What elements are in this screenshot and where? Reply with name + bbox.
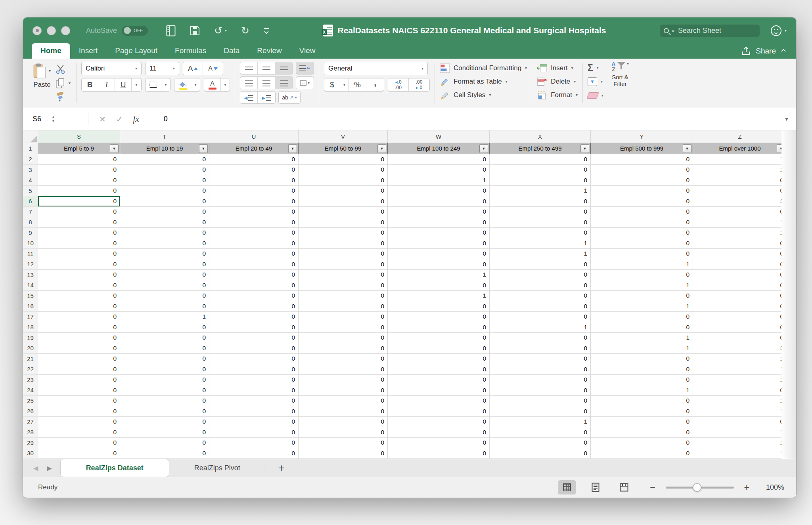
share-button[interactable]: Share bbox=[741, 46, 785, 56]
stepper-down-icon[interactable]: ▼ bbox=[52, 119, 55, 123]
cell-S28[interactable]: 0 bbox=[38, 427, 120, 438]
cell-S26[interactable]: 0 bbox=[38, 406, 120, 417]
select-all-corner[interactable] bbox=[23, 130, 38, 143]
cell-X30[interactable]: 0 bbox=[490, 448, 591, 459]
cell-Z2[interactable]: 1 bbox=[693, 154, 787, 165]
cell-Y11[interactable]: 0 bbox=[591, 249, 693, 260]
row-header-15[interactable]: 15 bbox=[23, 291, 38, 302]
cell-T26[interactable]: 0 bbox=[120, 406, 209, 417]
cell-U16[interactable]: 0 bbox=[209, 301, 299, 312]
cell-Y12[interactable]: 1 bbox=[591, 259, 693, 270]
cell-V21[interactable]: 0 bbox=[299, 354, 388, 365]
page-layout-view-button[interactable] bbox=[586, 480, 605, 494]
cell-V11[interactable]: 0 bbox=[299, 249, 388, 260]
cell-T11[interactable]: 0 bbox=[120, 249, 209, 260]
cell-T22[interactable]: 0 bbox=[120, 364, 209, 375]
row-header-25[interactable]: 25 bbox=[23, 396, 38, 407]
cell-Y25[interactable]: 0 bbox=[591, 396, 693, 407]
row-header-24[interactable]: 24 bbox=[23, 385, 38, 396]
cell-U13[interactable]: 0 bbox=[209, 270, 299, 281]
cell-V19[interactable]: 0 bbox=[299, 333, 388, 344]
cell-U23[interactable]: 0 bbox=[209, 375, 299, 386]
cell-U27[interactable]: 0 bbox=[209, 417, 299, 428]
formula-input[interactable]: 0 bbox=[164, 115, 796, 123]
cell-X8[interactable]: 0 bbox=[490, 217, 591, 228]
row-header-14[interactable]: 14 bbox=[23, 280, 38, 291]
cell-U28[interactable]: 0 bbox=[209, 427, 299, 438]
row-header-8[interactable]: 8 bbox=[23, 217, 38, 228]
cell-X15[interactable]: 0 bbox=[490, 291, 591, 302]
align-middle-button[interactable] bbox=[258, 62, 275, 74]
cell-Z15[interactable]: 0 bbox=[693, 291, 787, 302]
sheet-tab-realzips-dataset[interactable]: RealZips Dataset bbox=[61, 459, 169, 477]
cell-T9[interactable]: 0 bbox=[120, 228, 209, 239]
cell-W4[interactable]: 1 bbox=[388, 175, 490, 186]
cell-X6[interactable]: 0 bbox=[490, 196, 591, 207]
cell-U19[interactable]: 0 bbox=[209, 333, 299, 344]
cell-Z24[interactable]: 0 bbox=[693, 385, 787, 396]
save-button[interactable] bbox=[190, 26, 200, 36]
column-header-X[interactable]: X bbox=[490, 130, 591, 143]
cell-Z18[interactable]: 0 bbox=[693, 322, 787, 333]
stepper-up-icon[interactable]: ▲ bbox=[52, 115, 55, 119]
cell-X25[interactable]: 0 bbox=[490, 396, 591, 407]
borders-button[interactable] bbox=[146, 78, 161, 91]
row-header-12[interactable]: 12 bbox=[23, 259, 38, 270]
filter-button-U[interactable]: ▼ bbox=[288, 144, 297, 153]
cell-Z29[interactable]: 1 bbox=[693, 438, 787, 449]
decrease-font-size-button[interactable]: A bbox=[203, 62, 223, 75]
name-box[interactable]: S6 ▲ ▼ bbox=[23, 115, 82, 123]
ribbon-tab-data[interactable]: Data bbox=[215, 43, 248, 59]
cell-V4[interactable]: 0 bbox=[299, 175, 388, 186]
cell-U26[interactable]: 0 bbox=[209, 406, 299, 417]
cell-W12[interactable]: 0 bbox=[388, 259, 490, 270]
cell-U15[interactable]: 0 bbox=[209, 291, 299, 302]
cell-X14[interactable]: 0 bbox=[490, 280, 591, 291]
cell-X13[interactable]: 0 bbox=[490, 270, 591, 281]
cell-U14[interactable]: 0 bbox=[209, 280, 299, 291]
cell-V7[interactable]: 0 bbox=[299, 207, 388, 218]
cell-U3[interactable]: 0 bbox=[209, 165, 299, 176]
cell-W27[interactable]: 0 bbox=[388, 417, 490, 428]
previous-sheet-button[interactable]: ◀ bbox=[33, 464, 38, 472]
cell-T13[interactable]: 0 bbox=[120, 270, 209, 281]
cell-T14[interactable]: 0 bbox=[120, 280, 209, 291]
cell-W17[interactable]: 0 bbox=[388, 312, 490, 323]
cell-S9[interactable]: 0 bbox=[38, 228, 120, 239]
collapse-ribbon-icon[interactable] bbox=[781, 49, 785, 53]
cell-S16[interactable]: 0 bbox=[38, 301, 120, 312]
cell-S25[interactable]: 0 bbox=[38, 396, 120, 407]
cell-T24[interactable]: 0 bbox=[120, 385, 209, 396]
cell-T12[interactable]: 0 bbox=[120, 259, 209, 270]
cell-U12[interactable]: 0 bbox=[209, 259, 299, 270]
cell-W25[interactable]: 0 bbox=[388, 396, 490, 407]
cell-U9[interactable]: 0 bbox=[209, 228, 299, 239]
cell-Y2[interactable]: 0 bbox=[591, 154, 693, 165]
cell-Y20[interactable]: 1 bbox=[591, 343, 693, 354]
cell-Z10[interactable]: 0 bbox=[693, 238, 787, 249]
cell-T25[interactable]: 0 bbox=[120, 396, 209, 407]
wrap-text-button[interactable]: ↩ bbox=[296, 62, 314, 74]
expand-formula-bar-icon[interactable]: ▼ bbox=[784, 116, 789, 122]
cell-U10[interactable]: 0 bbox=[209, 238, 299, 249]
align-bottom-button[interactable] bbox=[275, 62, 293, 74]
cell-V27[interactable]: 0 bbox=[299, 417, 388, 428]
cell-Y22[interactable]: 0 bbox=[591, 364, 693, 375]
column-header-W[interactable]: W bbox=[388, 130, 490, 143]
cell-S14[interactable]: 0 bbox=[38, 280, 120, 291]
cell-Y17[interactable]: 0 bbox=[591, 312, 693, 323]
cell-S3[interactable]: 0 bbox=[38, 165, 120, 176]
cell-S30[interactable]: 0 bbox=[38, 448, 120, 459]
cell-Y30[interactable]: 0 bbox=[591, 448, 693, 459]
currency-button[interactable]: $ bbox=[324, 78, 340, 91]
cell-X19[interactable]: 0 bbox=[490, 333, 591, 344]
next-sheet-button[interactable]: ▶ bbox=[47, 464, 52, 472]
cell-S29[interactable]: 0 bbox=[38, 438, 120, 449]
row-header-3[interactable]: 3 bbox=[23, 165, 38, 176]
zoom-window-button[interactable] bbox=[61, 26, 70, 35]
cell-U2[interactable]: 0 bbox=[209, 154, 299, 165]
cell-W6[interactable]: 0 bbox=[388, 196, 490, 207]
cell-V2[interactable]: 0 bbox=[299, 154, 388, 165]
cell-U17[interactable]: 0 bbox=[209, 312, 299, 323]
cell-Y10[interactable]: 0 bbox=[591, 238, 693, 249]
